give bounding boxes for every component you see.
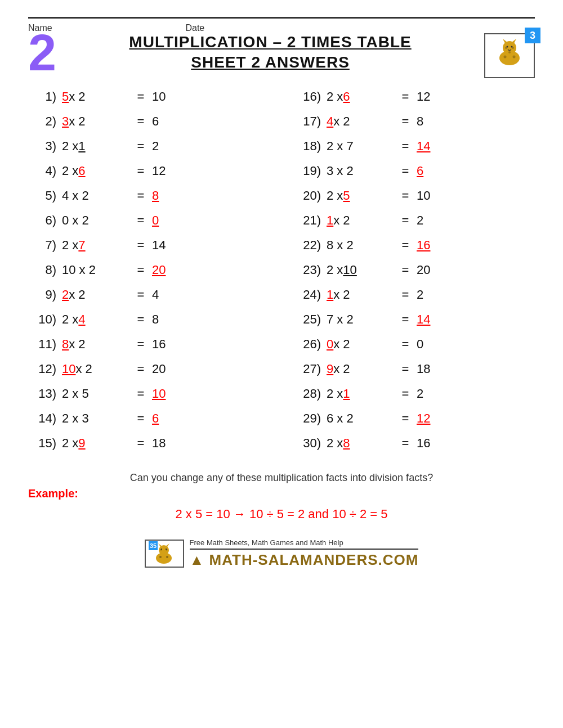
prob-eq: = bbox=[135, 287, 146, 302]
name-date-row: Name Date bbox=[28, 23, 535, 33]
prob-expr: 2 x 5 bbox=[327, 188, 394, 203]
prob-eq: = bbox=[400, 287, 411, 302]
problem-row: 19)3 x 2 = 6 bbox=[293, 164, 535, 178]
prob-num: 17) bbox=[293, 114, 321, 129]
prob-num: 5) bbox=[28, 188, 56, 203]
problem-row: 9)2x 2 = 4 bbox=[28, 287, 270, 302]
prob-ans: 14 bbox=[417, 139, 445, 154]
prob-eq: = bbox=[400, 114, 411, 129]
problem-row: 14)2 x 3 = 6 bbox=[28, 411, 270, 426]
prob-eq: = bbox=[135, 89, 146, 104]
prob-num: 20) bbox=[293, 188, 321, 203]
prob-num: 12) bbox=[28, 362, 56, 376]
prob-ans: 18 bbox=[417, 362, 445, 376]
prob-num: 25) bbox=[293, 312, 321, 327]
prob-ans: 0 bbox=[417, 337, 445, 352]
prob-ans: 20 bbox=[152, 362, 180, 376]
prob-num: 4) bbox=[28, 164, 56, 178]
prob-expr: 10x 2 bbox=[62, 362, 129, 376]
prob-ans: 2 bbox=[152, 139, 180, 154]
svg-point-23 bbox=[166, 549, 167, 550]
prob-eq: = bbox=[135, 411, 146, 426]
prob-expr: 6 x 2 bbox=[327, 411, 394, 426]
problem-row: 3)2 x 1 = 2 bbox=[28, 139, 270, 154]
prob-eq: = bbox=[400, 213, 411, 228]
prob-ans: 2 bbox=[417, 287, 445, 302]
prob-expr: 10 x 2 bbox=[62, 263, 129, 277]
prob-eq: = bbox=[135, 238, 146, 253]
prob-eq: = bbox=[400, 436, 411, 451]
prob-expr: 2 x 1 bbox=[62, 139, 129, 154]
prob-ans: 10 bbox=[417, 188, 445, 203]
example-formula: 2 x 5 = 10 → 10 ÷ 5 = 2 and 10 ÷ 2 = 5 bbox=[28, 507, 535, 522]
prob-expr: 2 x 6 bbox=[327, 89, 394, 104]
prob-ans: 20 bbox=[417, 263, 445, 277]
prob-expr: 2 x 4 bbox=[62, 312, 129, 327]
prob-eq: = bbox=[135, 337, 146, 352]
problem-row: 2)3x 2 = 6 bbox=[28, 114, 270, 129]
problem-row: 24)1x 2 = 2 bbox=[293, 287, 535, 302]
prob-expr: 2x 2 bbox=[62, 287, 129, 302]
prob-num: 29) bbox=[293, 411, 321, 426]
right-column: 16)2 x 6 = 1217)4x 2 = 818)2 x 7 = 1419)… bbox=[293, 89, 535, 461]
svg-point-8 bbox=[513, 55, 516, 58]
prob-eq: = bbox=[135, 213, 146, 228]
prob-ans: 6 bbox=[417, 164, 445, 178]
prob-num: 13) bbox=[28, 387, 56, 401]
svg-point-7 bbox=[504, 55, 507, 58]
problem-row: 18)2 x 7 = 14 bbox=[293, 139, 535, 154]
problem-row: 17)4x 2 = 8 bbox=[293, 114, 535, 129]
prob-ans: 18 bbox=[152, 436, 180, 451]
problem-row: 29)6 x 2 = 12 bbox=[293, 411, 535, 426]
prob-num: 24) bbox=[293, 287, 321, 302]
prob-expr: 2 x 10 bbox=[327, 263, 394, 277]
prob-ans: 0 bbox=[152, 213, 180, 228]
prob-expr: 2 x 7 bbox=[62, 238, 129, 253]
sub-title: SHEET 2 ANSWERS bbox=[68, 53, 473, 71]
prob-ans: 12 bbox=[152, 164, 180, 178]
prob-eq: = bbox=[400, 89, 411, 104]
logo-box: 3 bbox=[484, 33, 535, 78]
prob-ans: 10 bbox=[152, 387, 180, 401]
prob-expr: 0x 2 bbox=[327, 337, 394, 352]
prob-expr: 2 x 8 bbox=[327, 436, 394, 451]
prob-ans: 2 bbox=[417, 213, 445, 228]
prob-num: 6) bbox=[28, 213, 56, 228]
prob-ans: 20 bbox=[152, 263, 180, 277]
problem-row: 21)1x 2 = 2 bbox=[293, 213, 535, 228]
problem-row: 15)2 x 9 = 18 bbox=[28, 436, 270, 451]
prob-num: 14) bbox=[28, 411, 56, 426]
prob-num: 21) bbox=[293, 213, 321, 228]
prob-eq: = bbox=[400, 337, 411, 352]
page: Name Date 2 MULTIPLICATION – 2 TIMES TAB… bbox=[0, 0, 563, 728]
prob-eq: = bbox=[135, 362, 146, 376]
prob-eq: = bbox=[135, 387, 146, 401]
problem-row: 6)0 x 2 = 0 bbox=[28, 213, 270, 228]
problem-row: 23)2 x 10 = 20 bbox=[293, 263, 535, 277]
svg-point-10 bbox=[511, 46, 513, 47]
prob-ans: 16 bbox=[417, 436, 445, 451]
problem-row: 26)0x 2 = 0 bbox=[293, 337, 535, 352]
prob-expr: 0 x 2 bbox=[62, 213, 129, 228]
badge: 3 bbox=[525, 28, 540, 43]
prob-expr: 2 x 5 bbox=[62, 387, 129, 401]
prob-eq: = bbox=[400, 312, 411, 327]
prob-num: 30) bbox=[293, 436, 321, 451]
prob-num: 19) bbox=[293, 164, 321, 178]
prob-eq: = bbox=[135, 436, 146, 451]
site-footer: 35 Free Math Sheets, Math Games and Math… bbox=[28, 538, 535, 569]
prob-num: 22) bbox=[293, 238, 321, 253]
prob-ans: 16 bbox=[152, 337, 180, 352]
prob-num: 26) bbox=[293, 337, 321, 352]
prob-expr: 2 x 1 bbox=[327, 387, 394, 401]
problem-row: 12)10x 2 = 20 bbox=[28, 362, 270, 376]
prob-ans: 8 bbox=[152, 312, 180, 327]
prob-eq: = bbox=[135, 312, 146, 327]
site-logo: 35 bbox=[145, 540, 184, 568]
prob-ans: 8 bbox=[152, 188, 180, 203]
problem-row: 28)2 x 1 = 2 bbox=[293, 387, 535, 401]
prob-ans: 14 bbox=[417, 312, 445, 327]
prob-eq: = bbox=[135, 164, 146, 178]
prob-num: 18) bbox=[293, 139, 321, 154]
prob-ans: 16 bbox=[417, 238, 445, 253]
